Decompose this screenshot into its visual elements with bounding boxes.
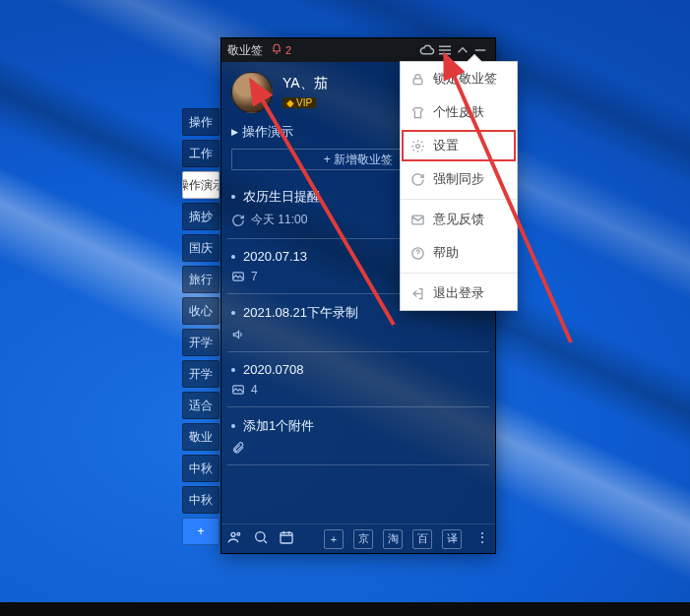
shortcut-translate[interactable]: 译 <box>442 529 462 549</box>
bottom-bar: + 京 淘 百 译 ⋮ <box>221 524 495 553</box>
collapse-icon[interactable] <box>454 41 471 59</box>
bullet-icon <box>231 195 235 199</box>
cloud-sync-icon[interactable] <box>418 41 436 59</box>
note-meta: 今天 11:00 <box>251 212 307 228</box>
mail-icon <box>410 213 425 227</box>
note-meta: 4 <box>251 383 258 397</box>
side-tab[interactable]: 敬业 <box>182 423 220 451</box>
lock-icon <box>410 72 425 87</box>
bullet-icon <box>231 311 235 315</box>
image-icon <box>231 270 245 283</box>
avatar[interactable] <box>231 72 273 113</box>
menu-label: 帮助 <box>433 244 459 262</box>
svg-point-2 <box>231 532 235 536</box>
menu-item-logout[interactable]: 退出登录 <box>401 277 517 310</box>
svg-rect-6 <box>413 78 422 84</box>
side-tab[interactable]: 国庆 <box>182 234 220 262</box>
side-tab[interactable]: 旅行 <box>182 266 220 293</box>
sound-icon <box>231 328 245 341</box>
menu-label: 强制同步 <box>433 170 484 188</box>
bullet-icon <box>231 424 235 428</box>
notification-count: 2 <box>285 44 291 56</box>
side-tab[interactable]: 操作 <box>182 108 220 136</box>
add-button[interactable]: + <box>324 529 344 549</box>
note-item[interactable]: 添加1个附件 <box>227 407 489 465</box>
category-name: 操作演示 <box>242 123 293 141</box>
logout-icon <box>410 286 425 301</box>
side-tab[interactable]: 开学 <box>182 360 220 388</box>
svg-point-4 <box>256 532 265 541</box>
main-menu-dropdown: 锁定敬业签 个性皮肤 设置 强制同步 意见反馈 帮助 退出登录 <box>400 61 518 311</box>
side-tab[interactable]: 中秋 <box>182 455 220 482</box>
shortcut-taobao[interactable]: 淘 <box>383 529 403 549</box>
note-title: 2020.0708 <box>243 362 303 377</box>
side-tab[interactable]: 工作 <box>182 140 220 167</box>
clip-icon <box>231 441 245 455</box>
bullet-icon <box>231 255 235 259</box>
calendar-icon[interactable] <box>279 529 294 548</box>
menu-label: 退出登录 <box>433 284 484 302</box>
contacts-icon[interactable] <box>227 529 243 548</box>
image-icon <box>231 383 245 397</box>
side-tab[interactable]: 摘抄 <box>182 203 220 230</box>
bullet-icon <box>231 368 235 372</box>
menu-label: 意见反馈 <box>433 211 484 228</box>
gear-icon <box>410 139 425 154</box>
shirt-icon <box>410 105 425 120</box>
side-tab[interactable]: 适合 <box>182 392 220 419</box>
menu-item-skin[interactable]: 个性皮肤 <box>401 95 517 129</box>
sync-icon <box>410 172 425 187</box>
help-icon <box>410 246 425 261</box>
menu-item-settings[interactable]: 设置 <box>401 129 517 162</box>
note-title: 添加1个附件 <box>243 417 314 435</box>
bell-icon <box>271 43 282 58</box>
menu-icon[interactable] <box>436 41 454 59</box>
note-title: 农历生日提醒 <box>243 188 320 206</box>
vip-badge: VIP <box>282 97 316 108</box>
menu-item-feedback[interactable]: 意见反馈 <box>401 203 517 236</box>
menu-separator <box>401 273 517 274</box>
app-title: 敬业签 <box>227 42 263 59</box>
shortcut-jd[interactable]: 京 <box>353 529 373 549</box>
title-bar: 敬业签 2 <box>221 38 495 62</box>
svg-point-3 <box>237 532 240 535</box>
svg-point-7 <box>416 144 420 148</box>
note-title: 2020.07.13 <box>243 249 307 264</box>
triangle-icon: ▶ <box>231 127 238 137</box>
side-tabs: 操作 工作 操作演示 摘抄 国庆 旅行 收心 开学 开学 适合 敬业 中秋 中秋… <box>182 108 220 549</box>
windows-taskbar <box>0 602 690 616</box>
more-icon[interactable]: ⋮ <box>475 529 489 549</box>
side-tab[interactable]: 开学 <box>182 329 220 356</box>
notification-button[interactable]: 2 <box>271 43 291 58</box>
side-tab-add[interactable]: + <box>182 518 220 545</box>
menu-separator <box>401 199 517 200</box>
menu-item-lock[interactable]: 锁定敬业签 <box>401 62 517 95</box>
menu-item-sync[interactable]: 强制同步 <box>401 162 517 196</box>
note-meta: 7 <box>251 270 258 283</box>
search-icon[interactable] <box>253 529 269 548</box>
side-tab[interactable]: 中秋 <box>182 486 220 514</box>
side-tab[interactable]: 收心 <box>182 297 220 325</box>
menu-label: 锁定敬业签 <box>433 70 497 88</box>
note-item[interactable]: 2020.0708 4 <box>227 352 489 407</box>
menu-label: 个性皮肤 <box>433 103 484 121</box>
note-title: 2021.08.21下午录制 <box>243 304 358 322</box>
shortcut-baidu[interactable]: 百 <box>412 529 432 549</box>
refresh-icon <box>231 214 245 227</box>
svg-rect-5 <box>281 532 292 543</box>
user-name: YA、茄 <box>282 75 328 92</box>
menu-item-help[interactable]: 帮助 <box>401 236 517 270</box>
menu-label: 设置 <box>433 137 459 154</box>
side-tab-active[interactable]: 操作演示 <box>182 171 220 199</box>
